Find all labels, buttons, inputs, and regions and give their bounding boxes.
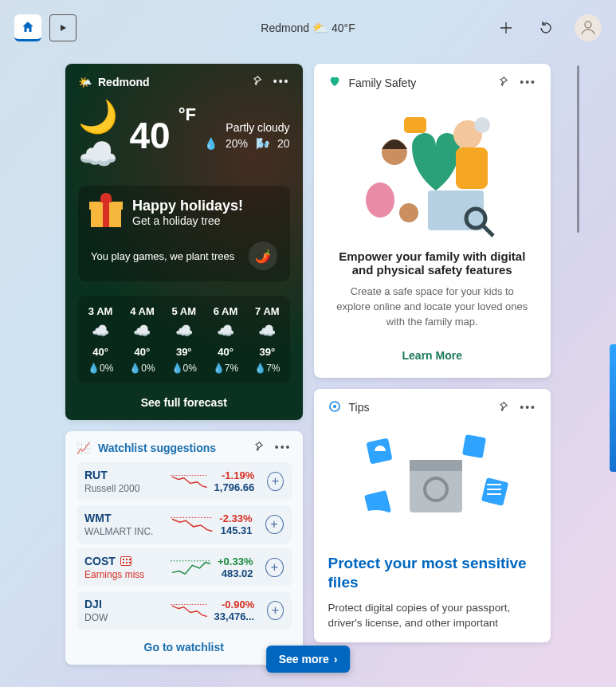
- pin-icon[interactable]: [253, 441, 264, 454]
- family-illustration: [328, 95, 537, 246]
- plus-icon: [499, 21, 513, 35]
- svg-point-11: [474, 117, 490, 133]
- chili-icon: 🌶️: [249, 241, 277, 270]
- temp-unit: °F: [179, 104, 196, 125]
- aqi-value: 20: [277, 137, 290, 150]
- hourly-forecast: 3 AM☁️40°💧0% 4 AM☁️40°💧0% 5 AM☁️39°💧0% 6…: [78, 296, 290, 383]
- watchlist-card: 📈 Watchlist suggestions ••• RUTRussell 2…: [65, 431, 303, 665]
- svg-rect-10: [456, 147, 488, 189]
- cloud-icon: ☁️: [246, 322, 288, 340]
- holiday-promo[interactable]: Happy holidays! Get a holiday tree You p…: [78, 186, 290, 281]
- cloud-icon: ☁️: [163, 322, 205, 340]
- location-temp: 40°F: [332, 22, 355, 34]
- watchlist-header: Watchlist suggestions: [98, 442, 216, 454]
- tips-icon: [328, 400, 341, 415]
- forecast-hour[interactable]: 7 AM☁️39°💧7%: [246, 305, 288, 374]
- earnings-icon: [120, 556, 131, 566]
- svg-point-13: [399, 203, 418, 222]
- svg-point-0: [585, 22, 591, 28]
- svg-rect-17: [410, 460, 462, 471]
- watchlist-row[interactable]: RUTRussell 2000-1.19%1,796.66+: [77, 462, 292, 501]
- ticker-name: Russell 2000: [84, 483, 164, 494]
- tips-illustration: [328, 420, 537, 548]
- promo-title: Happy holidays!: [132, 198, 243, 214]
- ticker-name: DOW: [84, 612, 164, 623]
- add-button[interactable]: [495, 17, 517, 39]
- add-to-watchlist-button[interactable]: +: [267, 472, 283, 491]
- family-safety-header: Family Safety: [349, 77, 417, 89]
- weather-card[interactable]: 🌤️ Redmond ••• 🌙☁️ 40 °F Partly cloudy 💧…: [65, 64, 303, 420]
- more-icon[interactable]: •••: [273, 75, 290, 88]
- more-icon[interactable]: •••: [520, 401, 536, 414]
- promo-sub: Get a holiday tree: [132, 214, 243, 227]
- cloud-icon: ☁️: [80, 322, 121, 340]
- add-to-watchlist-button[interactable]: +: [267, 601, 283, 620]
- percent-change: -2.33%: [219, 512, 252, 524]
- percent-change: -0.90%: [214, 599, 255, 610]
- sparkline: [171, 471, 208, 492]
- pin-icon[interactable]: [251, 75, 262, 88]
- family-safety-card: Family Safety •••: [314, 64, 551, 378]
- refresh-button[interactable]: [535, 17, 557, 39]
- svg-rect-21: [481, 477, 508, 506]
- edge-accent: [610, 344, 616, 472]
- video-button[interactable]: [49, 14, 77, 41]
- tips-card: Tips •••: [314, 389, 551, 642]
- percent-change: -1.19%: [214, 469, 255, 481]
- forecast-hour[interactable]: 4 AM☁️40°💧0%: [121, 305, 163, 374]
- sun-icon: 🌤️: [78, 76, 92, 88]
- more-icon[interactable]: •••: [275, 441, 292, 454]
- more-icon[interactable]: •••: [520, 76, 536, 89]
- home-button[interactable]: [14, 14, 41, 41]
- add-to-watchlist-button[interactable]: +: [265, 515, 284, 534]
- play-icon: [57, 23, 69, 33]
- svg-line-7: [482, 225, 493, 236]
- ticker-name: WALMART INC.: [84, 526, 164, 537]
- weather-location: Redmond: [98, 76, 150, 88]
- cloud-icon: ☁️: [121, 322, 163, 340]
- scrollbar[interactable]: [577, 65, 579, 233]
- widgets-panel: 🌤️ Redmond ••• 🌙☁️ 40 °F Partly cloudy 💧…: [65, 64, 551, 687]
- droplet-icon: 💧: [204, 137, 218, 150]
- svg-point-24: [487, 449, 512, 462]
- cloud-icon: ☁️: [205, 322, 246, 340]
- see-more-button[interactable]: See more ›: [266, 646, 351, 673]
- pin-icon[interactable]: [497, 76, 508, 89]
- person-icon: [579, 18, 598, 37]
- forecast-hour[interactable]: 5 AM☁️39°💧0%: [163, 305, 205, 374]
- learn-more-link[interactable]: Learn More: [328, 349, 537, 362]
- pin-icon[interactable]: [497, 401, 508, 414]
- heart-shield-icon: [328, 75, 341, 90]
- promo-footer: You play games, we plant trees: [91, 250, 234, 262]
- forecast-hour[interactable]: 3 AM☁️40°💧0%: [80, 305, 121, 374]
- go-to-watchlist-link[interactable]: Go to watchlist: [77, 641, 292, 654]
- profile-button[interactable]: [575, 14, 602, 41]
- weather-icon: ⛅: [312, 21, 328, 36]
- location-name: Redmond: [261, 22, 309, 34]
- price: 33,476...: [214, 610, 255, 622]
- svg-rect-20: [462, 434, 486, 457]
- svg-point-23: [359, 510, 394, 526]
- price: 1,796.66: [214, 481, 255, 493]
- forecast-hour[interactable]: 6 AM☁️40°💧7%: [205, 305, 246, 374]
- watchlist-row[interactable]: WMTWALMART INC.-2.33%145.31+: [77, 505, 292, 544]
- watchlist-row[interactable]: COSTEarnings miss+0.33%483.02+: [77, 548, 292, 587]
- left-column: 🌤️ Redmond ••• 🌙☁️ 40 °F Partly cloudy 💧…: [65, 64, 303, 687]
- top-right-actions: [495, 14, 602, 41]
- tips-title: Protect your most sensitive files: [328, 554, 537, 593]
- see-full-forecast-link[interactable]: See full forecast: [78, 396, 290, 409]
- see-more-label: See more: [279, 653, 329, 665]
- precip-value: 20%: [226, 137, 248, 150]
- watchlist-rows: RUTRussell 2000-1.19%1,796.66+WMTWALMART…: [77, 462, 292, 630]
- sparkline: [171, 514, 213, 535]
- ticker-symbol: COST: [84, 555, 164, 567]
- tips-sub: Protect digital copies of your passport,…: [328, 601, 537, 631]
- aqi-icon: 🌬️: [256, 137, 269, 150]
- watchlist-row[interactable]: DJIDOW-0.90%33,476...+: [77, 591, 292, 630]
- partly-cloudy-icon: 🌙☁️: [78, 98, 121, 173]
- add-to-watchlist-button[interactable]: +: [265, 558, 283, 577]
- sparkline: [171, 557, 211, 578]
- price: 483.02: [218, 567, 253, 579]
- location-summary[interactable]: Redmond ⛅ 40°F: [261, 21, 355, 36]
- refresh-icon: [539, 21, 553, 35]
